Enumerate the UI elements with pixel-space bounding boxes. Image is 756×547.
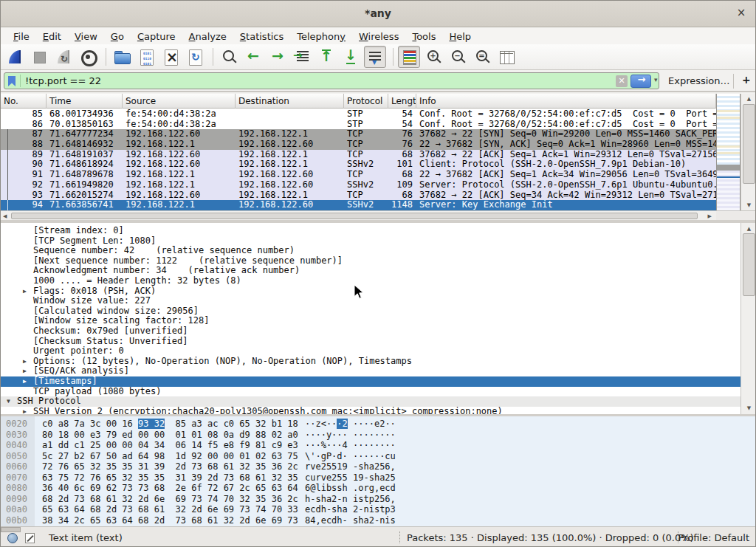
hex-bytes[interactable]: a1 dd c1 25 00 00 04 34 06 14 f5 e8 f9 8… — [42, 440, 298, 451]
expand-arrow-icon[interactable]: ▶ — [23, 357, 27, 367]
zoom-in-button[interactable] — [422, 46, 444, 68]
stop-capture-button[interactable] — [28, 46, 50, 68]
packet-row[interactable]: 8568.001734936fe:54:00:d4:38:2aSTP54Conf… — [1, 109, 716, 120]
packet-row[interactable]: 8971.648191037192.168.122.60192.168.122.… — [1, 150, 716, 160]
hex-selected-bytes[interactable]: 93 32 — [138, 419, 165, 429]
hex-row[interactable]: 009068 2d 73 68 61 32 2d 6e 69 73 74 70 … — [1, 494, 755, 505]
packet-row[interactable]: 9171.648789678192.168.122.1192.168.122.6… — [1, 170, 716, 180]
hex-bytes[interactable]: c0 a8 7a 3c 00 16 93 32 85 a3 ac c0 65 3… — [42, 419, 298, 430]
auto-scroll-button[interactable] — [364, 46, 386, 68]
start-capture-button[interactable] — [4, 46, 26, 68]
hex-row[interactable]: 006072 76 65 32 35 35 31 39 2d 73 68 61 … — [1, 461, 755, 472]
hex-row[interactable]: 0020c0 a8 7a 3c 00 16 93 32 85 a3 ac c0 … — [1, 419, 755, 430]
column-header-info[interactable]: Info — [416, 94, 716, 109]
detail-line[interactable]: ▶[Timestamps] — [1, 376, 740, 387]
scroll-thumb[interactable] — [743, 104, 755, 184]
hex-row[interactable]: 00b038 34 2c 65 63 64 68 2d 73 68 61 32 … — [1, 515, 755, 526]
hex-row[interactable]: 003080 18 00 e3 79 ed 00 00 01 01 08 0a … — [1, 430, 755, 441]
collapse-arrow-icon[interactable]: ▼ — [7, 396, 10, 407]
hex-ascii[interactable]: ···%···4 ········ — [305, 440, 396, 451]
hex-ascii[interactable]: \'·gP·d· ······cu — [305, 451, 396, 462]
expand-arrow-icon[interactable]: ▶ — [23, 407, 27, 414]
detail-line[interactable]: TCP payload (1080 bytes) — [1, 387, 740, 397]
scroll-thumb-horizontal[interactable] — [11, 213, 698, 219]
filter-apply-button[interactable]: → — [630, 75, 651, 88]
packet-row[interactable]: 8771.647777234192.168.122.60192.168.122.… — [1, 129, 716, 140]
scroll-thumb[interactable] — [743, 233, 755, 296]
detail-line[interactable]: ▶[SEQ/ACK analysis] — [1, 366, 740, 376]
scroll-up-icon[interactable]: ▲ — [741, 96, 755, 102]
hex-row[interactable]: 00a065 63 64 68 2d 73 68 61 32 2d 6e 69 … — [1, 504, 755, 515]
go-to-packet-button[interactable] — [291, 46, 313, 68]
packet-list-vscrollbar[interactable]: ▲ ▼ — [740, 94, 755, 210]
expert-info-icon[interactable] — [7, 533, 18, 543]
close-window-button[interactable]: × — [735, 7, 748, 20]
filter-clear-icon[interactable]: ✕ — [616, 75, 628, 87]
detail-line[interactable]: ▼SSH Protocol — [1, 396, 740, 407]
capture-options-button[interactable] — [77, 46, 99, 68]
menu-go[interactable]: Go — [104, 30, 131, 44]
menu-file[interactable]: File — [7, 30, 36, 44]
packet-list-hscrollbar[interactable]: ◀ ▶ — [1, 210, 716, 220]
hex-bytes[interactable]: 68 2d 73 68 61 32 2d 6e 69 73 74 70 32 3… — [42, 494, 298, 505]
packet-row[interactable]: 8670.013850163fe:54:00:d4:38:2aSTP54Conf… — [1, 120, 716, 130]
detail-line[interactable]: Sequence number: 42 (relative sequence n… — [1, 246, 740, 256]
expand-arrow-icon[interactable]: ▶ — [23, 366, 27, 376]
go-back-button[interactable] — [242, 46, 264, 68]
detail-line[interactable]: Acknowledgment number: 34 (relative ack … — [1, 266, 740, 276]
detail-line[interactable]: [Stream index: 0] — [1, 226, 740, 236]
detail-line[interactable]: Checksum: 0x79ed [unverified] — [1, 326, 740, 337]
menu-analyze[interactable]: Analyze — [182, 30, 233, 44]
detail-line[interactable]: Urgent pointer: 0 — [1, 346, 740, 357]
ascii-selected-chars[interactable]: ·2 — [337, 419, 347, 429]
hex-ascii[interactable]: ····y··· ········ — [305, 430, 396, 441]
reload-file-button[interactable] — [184, 46, 206, 68]
hex-row[interactable]: 00505c 27 b2 67 50 ad 64 98 1d 92 00 00 … — [1, 451, 755, 462]
column-header-time[interactable]: Time — [47, 94, 123, 109]
hex-ascii[interactable]: rve25519 -sha256, — [305, 461, 396, 472]
hex-bytes[interactable]: 5c 27 b2 67 50 ad 64 98 1d 92 00 00 01 0… — [42, 451, 298, 462]
title-bar[interactable]: *any × — [1, 1, 755, 27]
detail-line[interactable]: [Next sequence number: 1122 (relative se… — [1, 256, 740, 266]
find-packet-button[interactable] — [218, 46, 240, 68]
close-file-button[interactable] — [159, 46, 182, 68]
detail-line[interactable]: [Calculated window size: 29056] — [1, 306, 740, 317]
detail-line[interactable]: 1000 .... = Header Length: 32 bytes (8) — [1, 276, 740, 286]
hex-row[interactable]: 0040a1 dd c1 25 00 00 04 34 06 14 f5 e8 … — [1, 440, 755, 451]
filter-text[interactable]: !tcp.port == 22 — [25, 75, 101, 86]
filter-bookmark-icon[interactable] — [8, 76, 16, 86]
detail-line[interactable]: [Window size scaling factor: 128] — [1, 316, 740, 326]
restart-capture-button[interactable] — [52, 46, 75, 68]
open-file-button[interactable] — [111, 46, 133, 68]
hex-bytes[interactable]: 80 18 00 e3 79 ed 00 00 01 01 08 0a d9 8… — [42, 430, 298, 441]
zoom-out-button[interactable] — [447, 46, 469, 68]
column-header-destination[interactable]: Destination — [236, 94, 344, 109]
hex-bytes[interactable]: 63 75 72 76 65 32 35 35 31 39 2d 73 68 6… — [42, 472, 298, 484]
status-profile[interactable]: Profile: Default — [678, 532, 749, 543]
capture-comment-icon[interactable] — [25, 533, 35, 543]
save-file-button[interactable] — [135, 46, 157, 68]
menu-help[interactable]: Help — [442, 30, 478, 44]
menu-capture[interactable]: Capture — [131, 30, 182, 44]
packet-row[interactable]: 9371.662015274192.168.122.60192.168.122.… — [1, 190, 716, 201]
go-first-button[interactable] — [315, 46, 337, 68]
menu-wireless[interactable]: Wireless — [352, 30, 405, 44]
scroll-down-icon[interactable]: ▼ — [741, 202, 755, 208]
hex-ascii[interactable]: h-sha2-n istp256, — [305, 494, 396, 505]
detail-line[interactable]: [TCP Segment Len: 1080] — [1, 236, 740, 247]
hex-bytes[interactable]: 65 63 64 68 2d 73 68 61 32 2d 6e 69 73 7… — [42, 504, 298, 515]
packet-row[interactable]: 8871.648146932192.168.122.1192.168.122.6… — [1, 140, 716, 150]
go-last-button[interactable] — [340, 46, 362, 68]
go-forward-button[interactable] — [267, 46, 289, 68]
packet-row[interactable]: 9271.661949820192.168.122.1192.168.122.6… — [1, 180, 716, 190]
hex-ascii[interactable]: curve255 19-sha25 — [305, 472, 396, 484]
add-filter-button[interactable]: + — [742, 74, 751, 86]
detail-line[interactable]: [Checksum Status: Unverified] — [1, 337, 740, 347]
hex-row[interactable]: 007063 75 72 76 65 32 35 35 31 39 2d 73 … — [1, 472, 755, 484]
menu-view[interactable]: View — [68, 30, 104, 44]
packet-row[interactable]: 9071.648618924192.168.122.60192.168.122.… — [1, 159, 716, 170]
detail-line[interactable]: Window size value: 227 — [1, 296, 740, 306]
menu-telephony[interactable]: Telephony — [290, 30, 352, 44]
expand-arrow-icon[interactable]: ▶ — [23, 376, 27, 387]
scroll-up-icon[interactable]: ▲ — [741, 226, 756, 232]
